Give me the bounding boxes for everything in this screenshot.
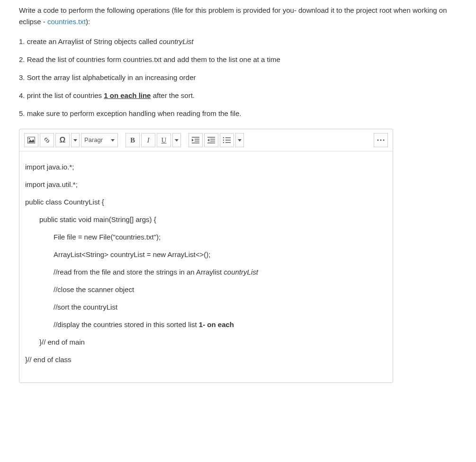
underline-icon: U (162, 134, 167, 146)
omega-icon: Ω (60, 134, 66, 146)
paragraph-dropdown[interactable]: Paragr (81, 133, 118, 147)
ellipsis-icon (377, 139, 385, 141)
code-line: //sort the countryList (25, 302, 387, 312)
code-line: //close the scanner object (25, 284, 387, 294)
chevron-down-icon (238, 139, 242, 142)
code-line: import java.io.*; (25, 162, 387, 172)
list-dropdown[interactable] (235, 133, 244, 147)
countries-link[interactable]: countries.txt (47, 18, 86, 26)
omega-button[interactable]: Ω (55, 133, 70, 147)
image-icon (27, 137, 35, 143)
code-line: }// end of class (25, 355, 387, 364)
step-italic: countryList (159, 37, 194, 45)
more-button[interactable] (374, 133, 388, 147)
step-num: 4. (19, 91, 25, 99)
code-line: ArrayList<String> countryList = new Arra… (25, 249, 387, 259)
step-4: 4. print the list of countries 1 on each… (19, 90, 457, 101)
comment-text: //read from the file and store the strin… (54, 268, 224, 276)
step-num: 1. (19, 37, 25, 45)
indent-right-button[interactable] (189, 133, 203, 147)
code-line: import java.util.*; (25, 179, 387, 189)
link-button[interactable] (40, 133, 54, 147)
step-num: 5. (19, 109, 25, 117)
indent-right-icon (192, 137, 199, 143)
step-text: print the list of countries (25, 91, 104, 99)
list-button[interactable] (220, 133, 234, 147)
chevron-down-icon (175, 139, 179, 142)
svg-point-1 (29, 138, 30, 140)
step-text: Sort the array list alphabetically in an… (25, 73, 196, 81)
steps-list: 1. create an Arraylist of String objects… (19, 36, 457, 119)
underline-dropdown[interactable] (172, 133, 181, 147)
svg-point-17 (380, 140, 382, 141)
step-3: 3. Sort the array list alphabetically in… (19, 72, 457, 83)
comment-italic: countryList (224, 268, 258, 276)
image-button[interactable] (24, 133, 38, 147)
code-line: }// end of main (25, 337, 387, 347)
code-line: //display the countries stored in this s… (25, 320, 387, 329)
indent-left-icon (207, 137, 215, 143)
svg-rect-11 (223, 140, 224, 141)
link-icon (43, 136, 51, 144)
problem-description: Write a code to perform the following op… (19, 5, 457, 119)
comment-text: //display the countries stored in this s… (54, 320, 199, 329)
svg-rect-12 (223, 142, 224, 143)
code-line: File file = new File("countries.txt"); (25, 232, 387, 242)
step-5: 5. make sure to perform exception handli… (19, 108, 457, 119)
chevron-down-icon (73, 139, 77, 142)
svg-point-18 (383, 140, 385, 141)
italic-button[interactable]: I (141, 133, 155, 147)
bold-button[interactable]: B (126, 133, 140, 147)
svg-point-16 (377, 140, 379, 141)
code-line: public static void main(String[] args) { (25, 214, 387, 224)
step-emphasis: 1 on each line (104, 91, 151, 99)
step-text: create an Arraylist of String objects ca… (25, 37, 159, 45)
omega-dropdown[interactable] (71, 133, 80, 147)
code-line: //read from the file and store the strin… (25, 267, 387, 277)
chevron-down-icon (111, 139, 115, 142)
rich-text-editor: Ω Paragr B I U (19, 129, 393, 383)
intro-text-2: ): (86, 18, 90, 26)
editor-content-area[interactable]: import java.io.*; import java.util.*; pu… (19, 151, 393, 382)
step-text-b: after the sort. (151, 91, 195, 99)
svg-rect-10 (223, 137, 224, 138)
step-2: 2. Read the list of countries form count… (19, 54, 457, 65)
step-num: 3. (19, 73, 25, 81)
code-line: public class CountryList { (25, 197, 387, 207)
intro-paragraph: Write a code to perform the following op… (19, 5, 457, 27)
step-1: 1. create an Arraylist of String objects… (19, 36, 457, 47)
editor-toolbar: Ω Paragr B I U (19, 129, 393, 151)
comment-bold: 1- on each (199, 320, 234, 329)
italic-icon: I (147, 134, 150, 146)
bold-icon: B (130, 134, 135, 146)
list-icon (223, 137, 231, 143)
underline-button[interactable]: U (157, 133, 171, 147)
step-text: make sure to perform exception handling … (25, 109, 242, 117)
indent-left-button[interactable] (204, 133, 218, 147)
step-text: Read the list of countries form countrie… (25, 55, 280, 63)
step-num: 2. (19, 55, 25, 63)
paragraph-label: Paragr (84, 135, 103, 145)
